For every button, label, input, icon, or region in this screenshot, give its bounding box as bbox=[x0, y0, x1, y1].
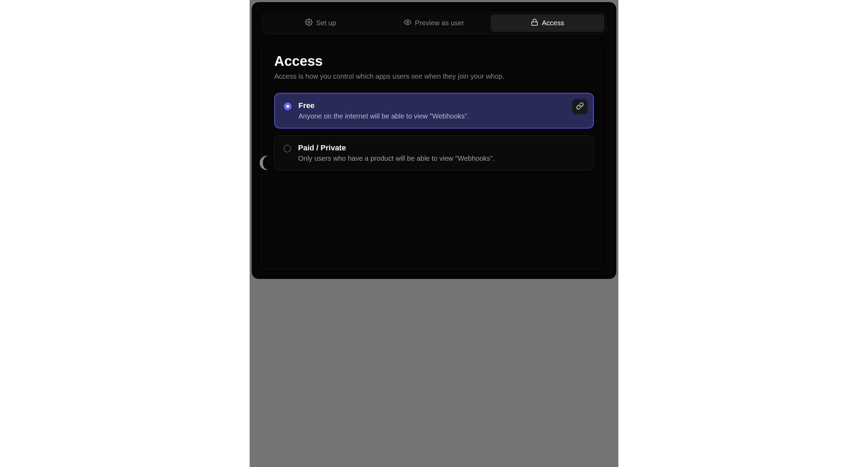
gear-icon bbox=[305, 18, 313, 28]
option-paid-title: Paid / Private bbox=[298, 143, 584, 152]
option-free-content: Free Anyone on the internet will be able… bbox=[298, 101, 584, 120]
copy-link-button[interactable] bbox=[572, 99, 588, 114]
tab-setup[interactable]: Set up bbox=[264, 14, 377, 32]
window-frame: Set up Preview as user Access Access Acc… bbox=[250, 0, 618, 467]
option-paid-description: Only users who have a product will be ab… bbox=[298, 155, 584, 162]
link-icon bbox=[576, 102, 584, 111]
svg-point-1 bbox=[407, 21, 409, 23]
svg-rect-2 bbox=[532, 22, 538, 25]
panel-handle[interactable]: ❨ bbox=[261, 154, 265, 171]
lock-icon bbox=[531, 18, 538, 28]
access-option-free[interactable]: Free Anyone on the internet will be able… bbox=[274, 93, 594, 129]
tab-preview-label: Preview as user bbox=[415, 19, 464, 27]
page-title: Access bbox=[274, 53, 594, 69]
radio-paid[interactable] bbox=[284, 145, 291, 152]
tab-access[interactable]: Access bbox=[491, 14, 604, 32]
eye-icon bbox=[404, 18, 411, 28]
option-free-title: Free bbox=[298, 101, 584, 110]
radio-free[interactable] bbox=[284, 103, 292, 110]
option-paid-content: Paid / Private Only users who have a pro… bbox=[298, 143, 584, 162]
svg-point-0 bbox=[308, 21, 310, 23]
page-subtitle: Access is how you control which apps use… bbox=[274, 72, 594, 80]
tab-preview[interactable]: Preview as user bbox=[377, 14, 491, 32]
tab-bar: Set up Preview as user Access bbox=[261, 12, 607, 34]
content-panel: Access Access is how you control which a… bbox=[261, 41, 607, 269]
access-option-paid[interactable]: Paid / Private Only users who have a pro… bbox=[274, 135, 594, 170]
tab-access-label: Access bbox=[542, 19, 564, 27]
main-panel: Set up Preview as user Access Access Acc… bbox=[252, 2, 616, 279]
tab-setup-label: Set up bbox=[316, 19, 336, 27]
option-free-description: Anyone on the internet will be able to v… bbox=[298, 112, 584, 120]
